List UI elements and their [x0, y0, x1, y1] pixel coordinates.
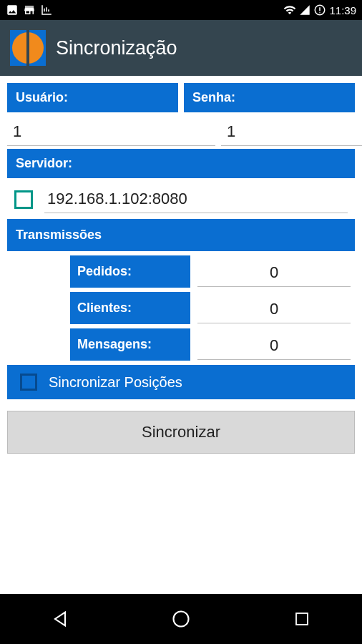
- pedidos-value: 0: [197, 256, 351, 287]
- page-title: Sincronização: [56, 37, 177, 59]
- password-input[interactable]: [221, 115, 362, 146]
- android-nav-bar: [0, 594, 362, 644]
- action-bar: Sincronização: [0, 20, 362, 76]
- clientes-label: Clientes:: [70, 292, 190, 324]
- sync-positions-row[interactable]: Sincronizar Posições: [7, 365, 355, 399]
- svg-point-1: [173, 612, 188, 627]
- store-icon: [23, 4, 36, 16]
- content: Usuário: Senha: Servidor: Transmissões P…: [0, 76, 362, 454]
- transmission-row-pedidos: Pedidos: 0: [7, 255, 355, 288]
- status-right: 11:39: [283, 4, 356, 16]
- transmissions-header: Transmissões: [7, 219, 355, 251]
- password-label: Senha:: [184, 83, 355, 112]
- back-button[interactable]: [31, 601, 89, 637]
- recent-apps-button[interactable]: [273, 601, 331, 637]
- chart-icon: [40, 4, 53, 16]
- sync-positions-label: Sincronizar Posições: [49, 374, 182, 391]
- status-left: [6, 4, 53, 16]
- user-input[interactable]: [7, 115, 215, 146]
- power-icon: [313, 4, 326, 16]
- sync-positions-checkbox[interactable]: [20, 374, 37, 391]
- server-input[interactable]: [44, 185, 348, 213]
- wifi-icon: [283, 4, 296, 16]
- clientes-value: 0: [197, 293, 351, 323]
- signal-icon: [299, 4, 310, 16]
- sync-button[interactable]: Sincronizar: [7, 411, 355, 454]
- svg-rect-2: [296, 613, 308, 625]
- status-bar: 11:39: [0, 0, 362, 20]
- user-label: Usuário:: [7, 83, 178, 112]
- app-icon: [10, 30, 46, 66]
- home-button[interactable]: [152, 601, 210, 637]
- server-checkbox[interactable]: [14, 190, 33, 209]
- clock-text: 11:39: [329, 4, 356, 16]
- mensagens-label: Mensagens:: [70, 328, 190, 361]
- image-icon: [6, 4, 19, 16]
- server-label: Servidor:: [7, 149, 355, 178]
- transmission-row-mensagens: Mensagens: 0: [7, 328, 355, 361]
- pedidos-label: Pedidos:: [70, 255, 190, 288]
- mensagens-value: 0: [197, 329, 351, 360]
- transmission-row-clientes: Clientes: 0: [7, 292, 355, 324]
